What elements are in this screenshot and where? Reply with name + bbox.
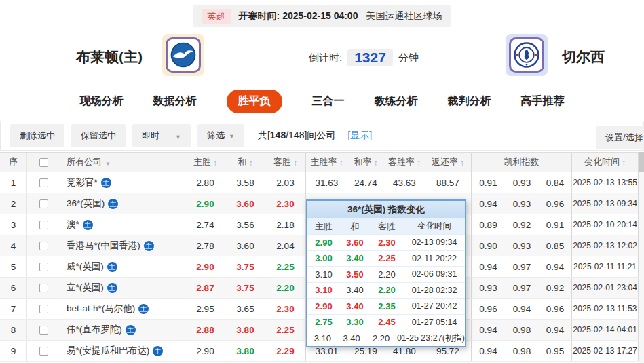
table-scrollbar[interactable]: [639, 152, 644, 363]
sort-home-odds[interactable]: 主胜: [185, 153, 225, 172]
odds-away: 2.25: [265, 256, 306, 277]
filter-button[interactable]: 筛选: [197, 124, 244, 147]
popup-header: 主胜 和 客胜 变化时间: [307, 218, 465, 234]
countdown-value: 1327: [354, 50, 386, 65]
row-seq: 5: [0, 256, 27, 277]
kelly-draw: 0.97: [505, 256, 539, 277]
header-company[interactable]: 所有公司: [60, 153, 185, 172]
tab-live-analysis[interactable]: 现场分析: [80, 94, 124, 109]
row-checkbox[interactable]: [39, 242, 48, 250]
kelly-home: 0.94: [472, 341, 505, 361]
scrollbar-thumb[interactable]: [639, 152, 644, 172]
settings-select-button[interactable]: 设置/选择: [596, 126, 644, 149]
analysis-tabs: 现场分析 数据分析 胜平负 三合一 教练分析 裁判分析 高手推荐: [0, 88, 644, 114]
popup-row: 3.10 3.40 2.20 01-28 02:32: [307, 282, 465, 299]
kelly-away: 0.94: [539, 320, 572, 340]
kelly-home: 0.93: [472, 278, 505, 298]
sort-draw-odds[interactable]: 和: [225, 153, 265, 172]
popup-odds-draw: 3.40: [338, 333, 366, 343]
kelly-home: 0.94: [472, 193, 505, 214]
odds-home: 2.74: [185, 214, 225, 235]
kelly-away: 0.94: [539, 256, 572, 277]
company-name[interactable]: 立*(英国): [67, 282, 104, 294]
kelly-away: 0.96: [539, 299, 572, 319]
row-seq: 2: [0, 193, 27, 214]
rate-draw: 24.74: [347, 172, 384, 193]
popup-odds-away: 2.45: [370, 317, 404, 327]
show-link[interactable]: [显示]: [347, 130, 372, 142]
row-checkbox[interactable]: [39, 326, 48, 335]
delete-selected-button[interactable]: 删除选中: [10, 124, 64, 147]
tab-three-in-one[interactable]: 三合一: [312, 94, 345, 109]
countdown: 倒计时: 1327 分钟: [309, 49, 419, 66]
odds-away: 2.03: [265, 172, 306, 193]
row-seq: 1: [0, 172, 27, 193]
row-checkbox[interactable]: [39, 221, 48, 229]
row-checkbox[interactable]: [39, 284, 48, 292]
popup-odds-draw: 3.40: [340, 285, 370, 295]
popup-odds-away: 2.20: [370, 269, 404, 280]
company-name[interactable]: 香港马*(中国香港): [67, 240, 140, 252]
kelly-home: 0.94: [472, 320, 505, 340]
row-checkbox[interactable]: [39, 347, 48, 356]
sort-return-rate[interactable]: 返还率: [425, 153, 472, 172]
popup-odds-draw: 3.30: [340, 317, 370, 327]
sort-away-rate[interactable]: 客胜率: [384, 153, 425, 172]
row-seq: 8: [0, 320, 27, 340]
company-name[interactable]: 36*(英国): [67, 197, 105, 210]
away-team-name: 切尔西: [562, 47, 605, 66]
table-header: 序 所有公司 主胜 和 客胜 主胜率 和率 客胜率 返还率 凯利指数 变化时间: [0, 152, 639, 172]
time-filter-select[interactable]: 即时: [132, 124, 191, 147]
kelly-home: 0.96: [472, 299, 505, 319]
popup-odds-draw: 3.40: [340, 253, 370, 263]
tab-data-analysis[interactable]: 数据分析: [153, 94, 197, 109]
venue: 美国运通社区球场: [366, 10, 442, 22]
company-name[interactable]: bet-at-h*(马尔他): [67, 303, 135, 315]
tab-coach-analysis[interactable]: 教练分析: [375, 94, 418, 109]
company-name[interactable]: 竞彩官*: [67, 176, 98, 189]
main-company-badge-icon: 主: [107, 262, 117, 272]
odds-draw: 3.58: [225, 172, 265, 193]
sort-asc-icon: [415, 157, 421, 168]
league-badge: 英超: [202, 9, 231, 24]
header-seq: 序: [0, 153, 27, 172]
popup-odds-home: 2.75: [307, 317, 340, 327]
popup-row: 2.90 3.40 2.35 01-27 20:42: [307, 298, 465, 314]
kickoff-label: 开赛时间:: [239, 10, 280, 21]
sort-draw-rate[interactable]: 和率: [347, 153, 384, 172]
sort-home-rate[interactable]: 主胜率: [306, 153, 347, 172]
select-all-checkbox[interactable]: [39, 158, 48, 167]
tab-win-draw-lose[interactable]: 胜平负: [227, 90, 282, 113]
kelly-away: 0.92: [539, 278, 572, 298]
tab-expert-recommend[interactable]: 高手推荐: [521, 94, 565, 109]
odds-draw: 3.75: [225, 256, 265, 277]
popup-title: 36*(英国) 指数变化: [307, 201, 465, 218]
kelly-home: 0.91: [472, 172, 505, 193]
odds-away: 2.30: [265, 193, 306, 214]
divider: [0, 85, 644, 85]
odds-draw: 3.80: [225, 320, 265, 340]
company-name[interactable]: 威*(英国): [67, 261, 104, 273]
tab-referee-analysis[interactable]: 裁判分析: [448, 94, 491, 109]
row-checkbox[interactable]: [39, 263, 48, 271]
popup-odds-draw: 3.60: [340, 237, 370, 248]
popup-change-time: 02-11 20:22: [404, 254, 465, 263]
keep-selected-button[interactable]: 保留选中: [71, 124, 126, 147]
row-checkbox[interactable]: [39, 199, 48, 208]
countdown-label: 倒计时:: [309, 52, 342, 64]
main-company-badge-icon: 主: [83, 220, 93, 230]
kelly-draw: 0.97: [505, 278, 539, 298]
company-name[interactable]: 易*(安提瓜和巴布达): [67, 345, 149, 357]
change-time: 2025-02-13 11:53: [572, 299, 639, 319]
company-name[interactable]: 澳*: [67, 218, 79, 231]
row-checkbox[interactable]: [39, 305, 48, 313]
row-seq: 3: [0, 214, 27, 235]
sort-away-odds[interactable]: 客胜: [265, 153, 306, 172]
row-checkbox[interactable]: [39, 178, 48, 187]
away-team-logo: [506, 34, 548, 76]
popup-odds-home: 3.00: [307, 253, 340, 263]
popup-change-time: 02-13 09:34: [404, 237, 465, 247]
sort-change-time[interactable]: 变化时间: [572, 153, 639, 172]
company-name[interactable]: 伟*(直布罗陀): [67, 324, 122, 336]
popup-change-time: 01-27 05:14: [404, 318, 465, 327]
